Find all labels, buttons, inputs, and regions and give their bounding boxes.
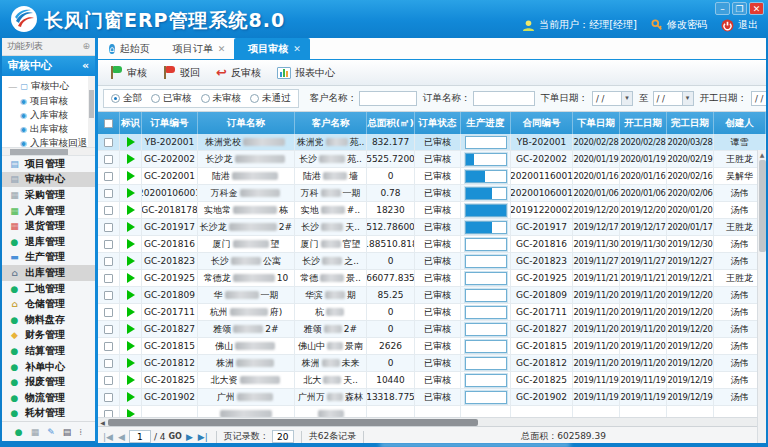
tree-root-node[interactable]: — ▢ 审核中心 xyxy=(8,79,85,94)
first-page-button[interactable]: |◀ xyxy=(102,432,114,442)
start-date-picker[interactable]: / /▾ xyxy=(751,91,766,106)
sidebar-menu-item[interactable]: ▦采购管理 xyxy=(2,187,95,203)
dropdown-arrow-icon[interactable]: ▾ xyxy=(621,92,632,105)
sidebar-menu-item[interactable]: ▦入库管理 xyxy=(2,203,95,219)
row-checkbox[interactable] xyxy=(104,155,113,164)
status-radio[interactable]: 未通过 xyxy=(250,92,291,105)
row-checkbox[interactable] xyxy=(104,172,113,181)
status-radio[interactable]: 未审核 xyxy=(201,92,242,105)
row-checkbox[interactable] xyxy=(104,359,113,368)
tab-2[interactable]: 项目订单✕ xyxy=(159,38,235,59)
toolbar-button[interactable]: 驳回 xyxy=(159,64,208,82)
go-button[interactable]: GO xyxy=(169,432,182,441)
table-row[interactable]: YB-202001 株洲党校 株洲党苑.. 832.177 已审核 YB-202… xyxy=(98,134,766,151)
table-row[interactable]: GC-2018178 实地常栋 实地#.. 18230 已审核 20191220… xyxy=(98,202,766,219)
row-checkbox[interactable] xyxy=(104,376,113,385)
column-header[interactable]: 开工日期 xyxy=(620,112,667,134)
customer-name-input[interactable] xyxy=(359,91,417,106)
column-header[interactable]: 完工日期 xyxy=(667,112,714,134)
scroll-up-icon[interactable]: ▲ xyxy=(758,150,766,159)
sidebar-menu-item[interactable]: ●退库管理 xyxy=(2,234,95,250)
order-date-from-picker[interactable]: / /▾ xyxy=(592,91,633,106)
tree-item[interactable]: ◉入库审核 xyxy=(8,108,85,122)
row-checkbox[interactable] xyxy=(104,325,113,334)
tab-1[interactable]: ⌂起始页 xyxy=(100,38,159,59)
select-all-checkbox[interactable] xyxy=(104,119,113,128)
table-row[interactable]: GC-201816 厦门望 厦门官望 188510.818 已审核 GC-201… xyxy=(98,236,766,253)
column-header[interactable]: 客户名称 xyxy=(295,112,367,134)
doc-icon[interactable]: ▤ xyxy=(63,427,72,437)
page-number-input[interactable] xyxy=(129,430,151,443)
close-button[interactable]: ✕ xyxy=(749,2,764,15)
row-checkbox[interactable] xyxy=(104,291,113,300)
column-header[interactable]: 总面积(㎡) xyxy=(367,112,415,134)
table-row[interactable]: GC-201925 常德龙10 常德景.. 266077.835.. 已审核 G… xyxy=(98,270,766,287)
row-checkbox[interactable] xyxy=(104,189,113,198)
column-header[interactable]: 标识 xyxy=(120,112,142,134)
sidebar-group-header[interactable]: 审核中心 « xyxy=(2,56,95,76)
more-icon[interactable]: ⁞ xyxy=(79,427,82,437)
order-date-to-picker[interactable]: / /▾ xyxy=(653,91,694,106)
next-page-button[interactable]: ▶ xyxy=(185,432,194,442)
row-checkbox[interactable] xyxy=(104,240,113,249)
sidebar-menu-item[interactable]: ⌂出库管理 xyxy=(2,265,95,281)
column-header[interactable]: 合同编号 xyxy=(511,112,573,134)
row-checkbox[interactable] xyxy=(104,410,113,418)
tree-item[interactable]: ◉入库审核回退 xyxy=(8,136,85,148)
minimize-button[interactable]: – xyxy=(715,2,730,15)
sidebar-menu-item[interactable]: ▤审核中心 xyxy=(2,172,95,188)
toolbar-button[interactable]: 报表中心 xyxy=(273,64,343,82)
row-checkbox[interactable] xyxy=(104,257,113,266)
tab-close-icon[interactable]: ✕ xyxy=(218,44,226,54)
order-name-input[interactable] xyxy=(473,91,535,106)
table-row[interactable]: GC-201823 长沙公寓 长沙之.. 0 已审核 GC-201823 201… xyxy=(98,253,766,270)
maximize-button[interactable]: ❐ xyxy=(732,2,747,15)
status-radio[interactable]: 已审核 xyxy=(151,92,192,105)
sidebar-menu-item[interactable]: ●耗材管理 xyxy=(2,406,95,422)
table-row[interactable]: GC-201809 华一期 华滨期 85.25 已审核 GC-201809 20… xyxy=(98,287,766,304)
logout-link[interactable]: 退出 xyxy=(721,18,758,32)
column-header[interactable]: 订单状态 xyxy=(415,112,461,134)
column-header[interactable]: 订单编号 xyxy=(142,112,198,134)
last-page-button[interactable]: ▶| xyxy=(197,432,209,442)
table-row[interactable]: GC-201825 北大资 北大天.. 10440 已审核 GC-201825 … xyxy=(98,372,766,389)
prev-page-button[interactable]: ◀ xyxy=(117,432,126,442)
sidebar-menu-item[interactable]: ⌂仓储管理 xyxy=(2,296,95,312)
sidebar-menu-item[interactable]: ●工地管理 xyxy=(2,281,95,297)
row-checkbox[interactable] xyxy=(104,223,113,232)
row-checkbox[interactable] xyxy=(104,342,113,351)
sidebar-menu-item[interactable]: ▤项目管理 xyxy=(2,156,95,172)
table-row[interactable]: GC-202001 陆港 陆港墙 0 已审核 20200116001 2020/… xyxy=(98,168,766,185)
tree-item[interactable]: ◉出库审核 xyxy=(8,122,85,136)
status-radio[interactable]: 全部 xyxy=(111,92,142,105)
tree-vertical-scrollbar[interactable] xyxy=(88,76,95,148)
column-header[interactable]: 订单名称 xyxy=(198,112,295,134)
row-checkbox[interactable] xyxy=(104,393,113,402)
tab-close-icon[interactable]: ✕ xyxy=(293,44,301,54)
sidebar-menu-item[interactable]: ●补单中心 xyxy=(2,359,95,375)
tree-item[interactable]: ◉项目审核 xyxy=(8,94,85,108)
sidebar-menu-item[interactable]: ◆财务管理 xyxy=(2,328,95,344)
tab-3[interactable]: 项目审核✕ xyxy=(234,38,310,59)
table-row[interactable]: GC-201711 杭州府) 杭 0 已审核 GC-201711 2019/11… xyxy=(98,304,766,321)
scrollbar-thumb[interactable] xyxy=(108,419,478,426)
table-horizontal-scrollbar[interactable]: ◀ ▶ xyxy=(98,417,766,426)
sidebar-menu-item[interactable]: ●结算管理 xyxy=(2,343,95,359)
sidebar-menu-item[interactable]: ●报废管理 xyxy=(2,374,95,390)
sidebar-menu-item[interactable]: ●物流管理 xyxy=(2,390,95,406)
sidebar-menu-item[interactable]: ●物料盘存 xyxy=(2,312,95,328)
row-checkbox[interactable] xyxy=(104,274,113,283)
page-size-input[interactable] xyxy=(272,430,294,443)
table-row[interactable]: GC-202002 长沙龙 长沙苑.. 65525.7200.. 已审核 GC-… xyxy=(98,151,766,168)
dot-icon[interactable]: ● xyxy=(15,427,23,437)
sidebar-menu-item[interactable]: ▬生产管理 xyxy=(2,250,95,266)
column-header[interactable] xyxy=(98,112,120,134)
column-header[interactable]: 下单日期 xyxy=(573,112,620,134)
column-header[interactable]: 生产进度 xyxy=(461,112,511,134)
scrollbar-thumb[interactable] xyxy=(759,160,766,252)
scroll-left-icon[interactable]: ◀ xyxy=(98,418,107,427)
change-password-link[interactable]: 修改密码 xyxy=(651,18,707,32)
table-row[interactable] xyxy=(98,406,766,417)
table-vertical-scrollbar[interactable]: ▲ ▼ xyxy=(757,150,766,447)
tree-horizontal-scrollbar[interactable] xyxy=(2,148,95,156)
